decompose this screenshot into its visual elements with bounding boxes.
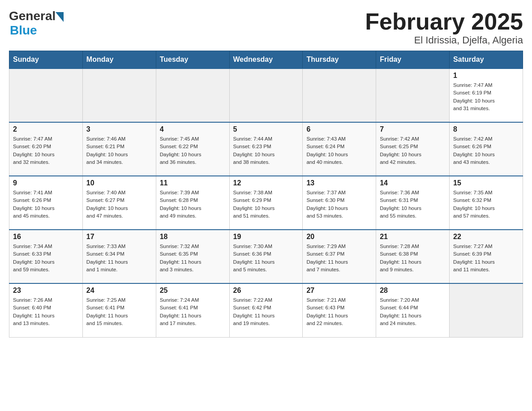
day-info: Sunrise: 7:30 AMSunset: 6:36 PMDaylight:… — [233, 243, 299, 274]
day-number: 24 — [86, 287, 152, 295]
header-sunday: Sunday — [9, 51, 83, 69]
day-number: 3 — [86, 125, 152, 133]
day-number: 11 — [160, 179, 226, 187]
calendar-table: Sunday Monday Tuesday Wednesday Thursday… — [9, 51, 523, 338]
table-row: 4Sunrise: 7:45 AMSunset: 6:22 PMDaylight… — [156, 122, 229, 176]
table-row: 26Sunrise: 7:22 AMSunset: 6:42 PMDayligh… — [229, 283, 303, 337]
day-number: 14 — [380, 179, 446, 187]
table-row — [9, 68, 83, 122]
day-info: Sunrise: 7:22 AMSunset: 6:42 PMDaylight:… — [233, 296, 299, 327]
calendar-subtitle: El Idrissia, Djelfa, Algeria — [365, 34, 523, 46]
day-number: 6 — [306, 125, 372, 133]
header-tuesday: Tuesday — [156, 51, 229, 69]
day-info: Sunrise: 7:21 AMSunset: 6:43 PMDaylight:… — [306, 296, 372, 327]
day-info: Sunrise: 7:45 AMSunset: 6:22 PMDaylight:… — [160, 135, 226, 166]
calendar-header-row: Sunday Monday Tuesday Wednesday Thursday… — [9, 51, 523, 69]
calendar-week-row: 16Sunrise: 7:34 AMSunset: 6:33 PMDayligh… — [9, 230, 523, 283]
table-row: 11Sunrise: 7:39 AMSunset: 6:28 PMDayligh… — [156, 176, 229, 230]
table-row — [156, 68, 229, 122]
day-number: 5 — [233, 125, 299, 133]
calendar-week-row: 23Sunrise: 7:26 AMSunset: 6:40 PMDayligh… — [9, 283, 523, 337]
table-row — [303, 68, 376, 122]
day-number: 10 — [86, 179, 152, 187]
table-row: 8Sunrise: 7:42 AMSunset: 6:26 PMDaylight… — [450, 122, 523, 176]
day-number: 23 — [13, 287, 79, 295]
day-info: Sunrise: 7:34 AMSunset: 6:33 PMDaylight:… — [13, 243, 79, 274]
table-row: 6Sunrise: 7:43 AMSunset: 6:24 PMDaylight… — [303, 122, 376, 176]
day-info: Sunrise: 7:27 AMSunset: 6:39 PMDaylight:… — [453, 243, 519, 274]
day-info: Sunrise: 7:26 AMSunset: 6:40 PMDaylight:… — [13, 296, 79, 327]
table-row: 12Sunrise: 7:38 AMSunset: 6:29 PMDayligh… — [229, 176, 303, 230]
table-row: 10Sunrise: 7:40 AMSunset: 6:27 PMDayligh… — [82, 176, 156, 230]
table-row — [450, 283, 523, 337]
day-number: 20 — [306, 233, 372, 241]
day-info: Sunrise: 7:41 AMSunset: 6:26 PMDaylight:… — [13, 189, 79, 220]
day-number: 8 — [453, 125, 519, 133]
day-info: Sunrise: 7:35 AMSunset: 6:32 PMDaylight:… — [453, 189, 519, 220]
day-number: 7 — [380, 125, 446, 133]
table-row: 28Sunrise: 7:20 AMSunset: 6:44 PMDayligh… — [376, 283, 450, 337]
table-row: 18Sunrise: 7:32 AMSunset: 6:35 PMDayligh… — [156, 230, 229, 283]
day-number: 17 — [86, 233, 152, 241]
day-info: Sunrise: 7:25 AMSunset: 6:41 PMDaylight:… — [86, 296, 152, 327]
day-info: Sunrise: 7:36 AMSunset: 6:31 PMDaylight:… — [380, 189, 446, 220]
table-row: 2Sunrise: 7:47 AMSunset: 6:20 PMDaylight… — [9, 122, 83, 176]
day-number: 26 — [233, 287, 299, 295]
day-info: Sunrise: 7:40 AMSunset: 6:27 PMDaylight:… — [86, 189, 152, 220]
table-row: 13Sunrise: 7:37 AMSunset: 6:30 PMDayligh… — [303, 176, 376, 230]
table-row: 21Sunrise: 7:28 AMSunset: 6:38 PMDayligh… — [376, 230, 450, 283]
day-number: 9 — [13, 179, 79, 187]
table-row: 24Sunrise: 7:25 AMSunset: 6:41 PMDayligh… — [82, 283, 156, 337]
table-row: 15Sunrise: 7:35 AMSunset: 6:32 PMDayligh… — [450, 176, 523, 230]
table-row: 9Sunrise: 7:41 AMSunset: 6:26 PMDaylight… — [9, 176, 83, 230]
table-row: 19Sunrise: 7:30 AMSunset: 6:36 PMDayligh… — [229, 230, 303, 283]
header-saturday: Saturday — [450, 51, 523, 69]
day-info: Sunrise: 7:29 AMSunset: 6:37 PMDaylight:… — [306, 243, 372, 274]
table-row — [229, 68, 303, 122]
day-info: Sunrise: 7:42 AMSunset: 6:26 PMDaylight:… — [453, 135, 519, 166]
day-number: 15 — [453, 179, 519, 187]
calendar-week-row: 9Sunrise: 7:41 AMSunset: 6:26 PMDaylight… — [9, 176, 523, 230]
day-number: 12 — [233, 179, 299, 187]
day-info: Sunrise: 7:47 AMSunset: 6:19 PMDaylight:… — [453, 81, 519, 112]
day-number: 1 — [453, 72, 519, 80]
calendar-week-row: 1Sunrise: 7:47 AMSunset: 6:19 PMDaylight… — [9, 68, 523, 122]
day-info: Sunrise: 7:43 AMSunset: 6:24 PMDaylight:… — [306, 135, 372, 166]
table-row: 5Sunrise: 7:44 AMSunset: 6:23 PMDaylight… — [229, 122, 303, 176]
day-number: 28 — [380, 287, 446, 295]
day-number: 25 — [160, 287, 226, 295]
logo: General Blue — [9, 9, 64, 38]
day-info: Sunrise: 7:46 AMSunset: 6:21 PMDaylight:… — [86, 135, 152, 166]
table-row — [82, 68, 156, 122]
day-info: Sunrise: 7:39 AMSunset: 6:28 PMDaylight:… — [160, 189, 226, 220]
table-row: 7Sunrise: 7:42 AMSunset: 6:25 PMDaylight… — [376, 122, 450, 176]
logo-arrow-icon — [56, 12, 64, 22]
header-wednesday: Wednesday — [229, 51, 303, 69]
table-row: 17Sunrise: 7:33 AMSunset: 6:34 PMDayligh… — [82, 230, 156, 283]
day-number: 2 — [13, 125, 79, 133]
table-row: 27Sunrise: 7:21 AMSunset: 6:43 PMDayligh… — [303, 283, 376, 337]
day-info: Sunrise: 7:37 AMSunset: 6:30 PMDaylight:… — [306, 189, 372, 220]
day-info: Sunrise: 7:33 AMSunset: 6:34 PMDaylight:… — [86, 243, 152, 274]
day-number: 27 — [306, 287, 372, 295]
calendar-title: February 2025 — [365, 9, 523, 34]
table-row: 14Sunrise: 7:36 AMSunset: 6:31 PMDayligh… — [376, 176, 450, 230]
table-row — [376, 68, 450, 122]
day-number: 13 — [306, 179, 372, 187]
header-friday: Friday — [376, 51, 450, 69]
day-number: 22 — [453, 233, 519, 241]
table-row: 1Sunrise: 7:47 AMSunset: 6:19 PMDaylight… — [450, 68, 523, 122]
day-info: Sunrise: 7:44 AMSunset: 6:23 PMDaylight:… — [233, 135, 299, 166]
table-row: 16Sunrise: 7:34 AMSunset: 6:33 PMDayligh… — [9, 230, 83, 283]
day-info: Sunrise: 7:28 AMSunset: 6:38 PMDaylight:… — [380, 243, 446, 274]
title-block: February 2025 El Idrissia, Djelfa, Alger… — [365, 9, 523, 46]
day-info: Sunrise: 7:38 AMSunset: 6:29 PMDaylight:… — [233, 189, 299, 220]
day-number: 21 — [380, 233, 446, 241]
page-header: General Blue February 2025 El Idrissia, … — [9, 9, 523, 46]
table-row: 20Sunrise: 7:29 AMSunset: 6:37 PMDayligh… — [303, 230, 376, 283]
day-info: Sunrise: 7:32 AMSunset: 6:35 PMDaylight:… — [160, 243, 226, 274]
logo-general-text: General — [9, 9, 56, 23]
table-row: 23Sunrise: 7:26 AMSunset: 6:40 PMDayligh… — [9, 283, 83, 337]
table-row: 22Sunrise: 7:27 AMSunset: 6:39 PMDayligh… — [450, 230, 523, 283]
table-row: 3Sunrise: 7:46 AMSunset: 6:21 PMDaylight… — [82, 122, 156, 176]
